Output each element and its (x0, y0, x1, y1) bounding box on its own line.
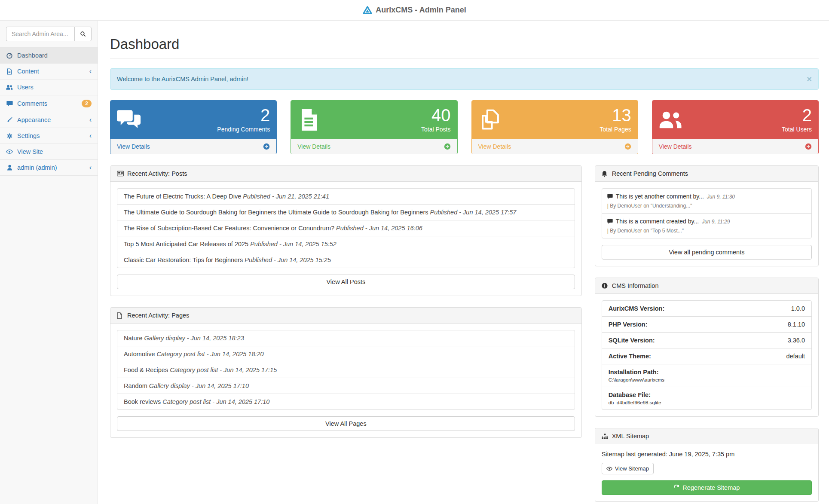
search-button[interactable] (74, 27, 92, 41)
page-title-divider (110, 58, 819, 59)
post-list-item[interactable]: Top 5 Most Anticipated Car Releases of 2… (117, 236, 575, 252)
view-details-label: View Details (297, 143, 330, 150)
view-details-label: View Details (117, 143, 150, 150)
post-meta: Published - Jun 14, 2025 16:06 (336, 225, 422, 232)
sidebar-menu: Dashboard Content ‹ (0, 47, 98, 176)
info-circle-icon (602, 282, 609, 289)
info-row: Installation Path: C:\laragon\www\aurixc… (602, 364, 812, 387)
arrow-circle-right-icon (805, 143, 812, 150)
stat-label: Total Posts (421, 126, 450, 133)
view-all-pages-button[interactable]: View All Pages (117, 416, 575, 431)
panel-title: Recent Pending Comments (612, 170, 688, 177)
regenerate-sitemap-button[interactable]: Regenerate Sitemap (602, 480, 812, 495)
sidebar-item-admin[interactable]: admin (admin) ‹ (0, 160, 98, 176)
page-title-text: Food & Recipes (124, 367, 168, 373)
view-all-pending-comments-button[interactable]: View all pending comments (602, 245, 812, 260)
comment-date: Jun 9, 11:29 (702, 219, 730, 225)
panel-heading: Recent Activity: Pages (110, 308, 581, 324)
panel-title: Recent Activity: Pages (127, 312, 189, 319)
info-label: PHP Version: (609, 321, 648, 328)
page-meta: Gallery display - Jun 14, 2025 18:23 (144, 335, 244, 342)
panel-title: CMS Information (612, 282, 659, 289)
panel-heading: Recent Activity: Posts (110, 166, 581, 182)
panel-title: Recent Activity: Posts (127, 170, 187, 177)
stat-value: 40 (421, 107, 450, 124)
stat-card-heading: 40 Total Posts (291, 101, 457, 139)
gear-icon (6, 132, 13, 139)
close-icon[interactable]: × (807, 75, 812, 83)
post-list-item[interactable]: Classic Car Restoration: Tips for Beginn… (117, 252, 575, 268)
chevron-left-icon: ‹ (89, 132, 92, 139)
app-title: AurixCMS - Admin Panel (376, 6, 466, 15)
stat-card-total-users: 2 Total Users View Details (652, 100, 819, 154)
main-content: Dashboard Welcome to the AurixCMS Admin … (98, 21, 829, 504)
sidebar-item-view-site[interactable]: View Site (0, 144, 98, 160)
view-sitemap-button[interactable]: View Sitemap (602, 463, 654, 474)
sidebar-item-label: Content (17, 68, 85, 75)
view-details-link[interactable]: View Details (652, 139, 818, 154)
info-value: 8.1.10 (788, 321, 805, 328)
post-list-item[interactable]: The Rise of Subscription-Based Car Featu… (117, 220, 575, 236)
comment-list-item[interactable]: This is a comment created by... Jun 9, 1… (602, 213, 812, 238)
post-title: The Future of Electric Trucks: A Deep Di… (124, 193, 241, 200)
posts-list: The Future of Electric Trucks: A Deep Di… (117, 188, 575, 268)
post-list-item[interactable]: The Ultimate Guide to Sourdough Baking f… (117, 204, 575, 220)
info-row: AurixCMS Version: 1.0.0 (602, 300, 812, 317)
stat-card-total-posts: 40 Total Posts View Details (291, 100, 457, 154)
comment-list-item[interactable]: This is yet another comment by... Jun 9,… (602, 188, 812, 214)
view-details-link[interactable]: View Details (291, 139, 457, 154)
view-details-label: View Details (659, 143, 692, 150)
eye-icon (6, 148, 13, 155)
stat-card-total-pages: 13 Total Pages View Details (471, 100, 638, 154)
comment-author: | By DemoUser on "Top 5 Most..." (607, 228, 684, 234)
view-details-link[interactable]: View Details (110, 139, 276, 154)
sidebar-item-users[interactable]: Users (0, 79, 98, 95)
pages-list: Nature Gallery display - Jun 14, 2025 18… (117, 330, 575, 410)
user-icon (6, 164, 13, 171)
panel-heading: Recent Pending Comments (595, 166, 818, 182)
view-all-posts-button[interactable]: View All Posts (117, 275, 575, 289)
info-row: Active Theme: default (602, 348, 812, 364)
search-input[interactable] (6, 27, 74, 41)
page-list-item[interactable]: Food & Recipes Category post list - Jun … (117, 362, 575, 378)
stat-label: Total Users (782, 126, 812, 133)
sidebar-item-label: Comments (17, 100, 77, 107)
page-title-text: Nature (124, 335, 143, 342)
post-list-item[interactable]: The Future of Electric Trucks: A Deep Di… (117, 188, 575, 205)
page-list-item[interactable]: Nature Gallery display - Jun 14, 2025 18… (117, 330, 575, 346)
page-meta: Category post list - Jun 14, 2025 18:20 (157, 351, 264, 357)
chevron-left-icon: ‹ (89, 68, 92, 75)
arrow-circle-right-icon (263, 143, 270, 150)
page-list-item[interactable]: Book reviews Category post list - Jun 14… (117, 394, 575, 410)
page-list-item[interactable]: Random Gallery display - Jun 14, 2025 17… (117, 378, 575, 394)
panel-title: XML Sitemap (612, 433, 649, 440)
right-column: Recent Pending Comments This is yet anot… (595, 165, 819, 504)
sidebar-item-appearance[interactable]: Appearance ‹ (0, 112, 98, 128)
arrow-circle-right-icon (624, 143, 631, 150)
page-meta: Category post list - Jun 14, 2025 17:10 (162, 398, 269, 405)
info-value: 1.0.0 (791, 305, 805, 312)
search-icon (80, 31, 86, 37)
sidebar-item-comments[interactable]: Comments 2 (0, 95, 98, 112)
info-value: default (786, 353, 805, 360)
post-title: The Ultimate Guide to Sourdough Baking f… (124, 209, 428, 216)
view-details-link[interactable]: View Details (472, 139, 638, 154)
comment-text: This is a comment created by... (616, 218, 699, 225)
bell-icon (602, 170, 609, 177)
comments-count-badge: 2 (82, 100, 92, 107)
page-title-text: Book reviews (124, 398, 161, 405)
top-header: AurixCMS - Admin Panel (0, 0, 829, 21)
users-icon (6, 84, 13, 91)
panel-heading: XML Sitemap (595, 428, 818, 444)
recent-posts-panel: Recent Activity: Posts The Future of Ele… (110, 165, 582, 296)
sidebar-item-settings[interactable]: Settings ‹ (0, 128, 98, 144)
post-meta: Published - Jun 21, 2025 21:41 (243, 193, 329, 200)
newspaper-icon (117, 170, 124, 177)
comment-icon (607, 194, 613, 199)
refresh-icon (673, 485, 679, 491)
stat-value: 2 (217, 107, 270, 124)
sidebar: Dashboard Content ‹ (0, 21, 98, 504)
sidebar-item-content[interactable]: Content ‹ (0, 64, 98, 79)
page-list-item[interactable]: Automotive Category post list - Jun 14, … (117, 346, 575, 362)
sidebar-item-dashboard[interactable]: Dashboard (0, 48, 98, 64)
